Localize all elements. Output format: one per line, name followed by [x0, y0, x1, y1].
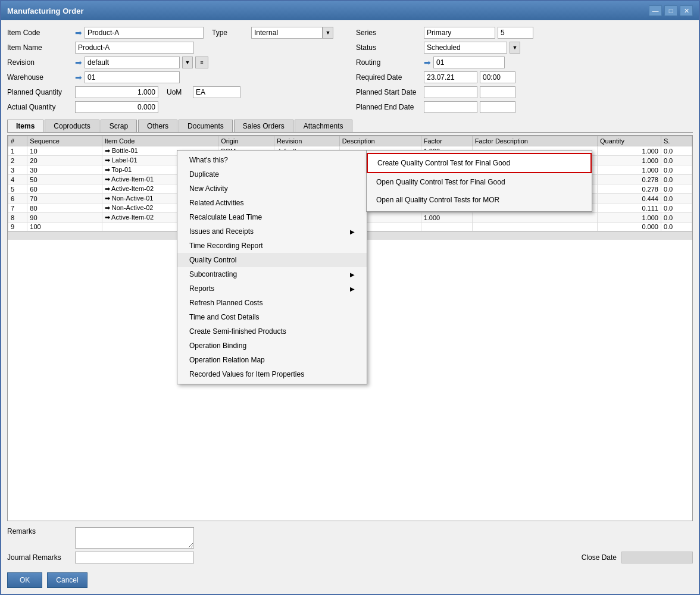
menu-refresh-planned-costs[interactable]: Refresh Planned Costs — [177, 296, 367, 310]
item-name-label: Item Name — [7, 43, 73, 52]
context-menu: What's this? Duplicate New Activity Rela… — [177, 150, 367, 384]
cell-quantity: 1.000 — [597, 146, 661, 156]
cell-factor — [421, 223, 472, 231]
routing-row: Routing ➡ — [356, 56, 693, 69]
planned-start-input[interactable] — [424, 86, 477, 98]
remarks-area: Remarks Journal Remarks Close Date — [7, 527, 693, 564]
warehouse-input[interactable] — [85, 71, 180, 83]
menu-issues-receipts[interactable]: Issues and Receipts ▶ — [177, 224, 367, 239]
submenu-open-qc-test[interactable]: Open Quality Control Test for Final Good — [367, 173, 592, 191]
warehouse-arrow-icon: ➡ — [75, 73, 82, 82]
planned-start-row: Planned Start Date — [356, 86, 693, 99]
revision-dropdown-btn[interactable]: ▼ — [182, 57, 193, 68]
main-window: Manufacturing Order — □ ✕ Item Code ➡ Ty… — [0, 0, 700, 595]
required-time-input[interactable] — [480, 71, 515, 83]
required-date-row: Required Date — [356, 71, 693, 84]
submenu-open-all-qc-tests[interactable]: Open all Quality Control Tests for MOR — [367, 191, 592, 209]
cell-seq: 50 — [27, 175, 102, 184]
close-date-input[interactable] — [621, 552, 693, 563]
required-date-input[interactable] — [424, 71, 477, 83]
cell-quantity: 0.278 — [597, 184, 661, 194]
cell-seq: 20 — [27, 156, 102, 165]
menu-related-activities[interactable]: Related Activities — [177, 196, 367, 210]
menu-new-activity[interactable]: New Activity — [177, 181, 367, 196]
status-dropdown-btn[interactable]: ▼ — [510, 42, 520, 54]
tab-coproducts[interactable]: Coproducts — [45, 120, 99, 132]
revision-list-btn[interactable]: ≡ — [195, 57, 208, 68]
menu-create-semi-finished[interactable]: Create Semi-finished Products — [177, 324, 367, 339]
ok-button[interactable]: OK — [7, 572, 42, 588]
menu-time-recording[interactable]: Time Recording Report — [177, 239, 367, 253]
planned-end-input[interactable] — [424, 101, 477, 113]
actual-qty-input[interactable] — [75, 101, 158, 113]
item-name-input[interactable] — [75, 42, 194, 54]
quality-control-submenu: Create Quality Control Test for Final Go… — [366, 150, 592, 212]
menu-duplicate[interactable]: Duplicate — [177, 167, 367, 181]
menu-whats-this[interactable]: What's this? — [177, 153, 367, 167]
tab-others[interactable]: Others — [138, 120, 177, 132]
remarks-input[interactable] — [75, 527, 194, 549]
reports-arrow: ▶ — [350, 286, 355, 292]
planned-start-time-input[interactable] — [480, 86, 515, 98]
planned-qty-row: Planned Quantity UoM — [7, 86, 344, 99]
required-date-label: Required Date — [356, 73, 421, 82]
item-code-input[interactable] — [85, 27, 204, 39]
planned-start-label: Planned Start Date — [356, 88, 421, 96]
menu-quality-control[interactable]: Quality Control — [177, 253, 367, 267]
tab-attachments[interactable]: Attachments — [295, 120, 352, 132]
series-label: Series — [356, 29, 421, 37]
planned-qty-input[interactable] — [75, 86, 158, 98]
tab-scrap[interactable]: Scrap — [101, 120, 137, 132]
issues-receipts-arrow: ▶ — [350, 228, 355, 235]
tab-items[interactable]: Items — [7, 120, 43, 132]
cell-num: 1 — [8, 146, 27, 156]
footer-buttons: OK Cancel — [7, 572, 693, 588]
tab-sales-orders[interactable]: Sales Orders — [234, 120, 293, 132]
menu-time-cost-details[interactable]: Time and Cost Details — [177, 310, 367, 324]
cell-seq: 70 — [27, 194, 102, 203]
menu-operation-binding[interactable]: Operation Binding — [177, 339, 367, 353]
remarks-label: Remarks — [7, 527, 73, 536]
revision-label: Revision — [7, 58, 73, 67]
revision-arrow-icon: ➡ — [75, 58, 82, 67]
journal-remarks-input[interactable] — [75, 552, 194, 563]
minimize-button[interactable]: — — [649, 5, 662, 16]
type-label: Type — [212, 29, 227, 37]
menu-subcontracting[interactable]: Subcontracting ▶ — [177, 267, 367, 281]
routing-input[interactable] — [433, 57, 505, 68]
tab-documents[interactable]: Documents — [179, 120, 233, 132]
cell-num: 2 — [8, 156, 27, 165]
status-input[interactable] — [424, 42, 507, 54]
maximize-button[interactable]: □ — [664, 5, 677, 16]
series-input[interactable] — [424, 27, 495, 39]
window-title: Manufacturing Order — [7, 7, 84, 15]
cell-s: 0.0 — [661, 194, 692, 203]
menu-operation-relation-map[interactable]: Operation Relation Map — [177, 353, 367, 367]
col-factor-desc: Factor Description — [472, 136, 597, 146]
type-input[interactable] — [251, 27, 323, 39]
menu-recorded-values[interactable]: Recorded Values for Item Properties — [177, 367, 367, 381]
cell-seq: 80 — [27, 203, 102, 213]
cell-num: 9 — [8, 223, 27, 231]
close-button[interactable]: ✕ — [680, 5, 693, 16]
item-code-arrow-icon: ➡ — [75, 28, 82, 37]
window-content: Item Code ➡ Type ▼ Item Name — [1, 20, 699, 594]
type-dropdown-btn[interactable]: ▼ — [323, 27, 333, 39]
cell-quantity: 0.111 — [597, 203, 661, 213]
item-code-row: Item Code ➡ Type ▼ — [7, 26, 344, 39]
cell-s: 0.0 — [661, 165, 692, 175]
series-num-input[interactable] — [498, 27, 533, 39]
submenu-create-qc-test[interactable]: Create Quality Control Test for Final Go… — [367, 153, 592, 173]
cell-quantity: 0.444 — [597, 194, 661, 203]
planned-end-time-input[interactable] — [480, 101, 515, 113]
revision-input[interactable] — [85, 57, 180, 68]
menu-reports[interactable]: Reports ▶ — [177, 281, 367, 296]
journal-remarks-label: Journal Remarks — [7, 553, 73, 562]
actual-qty-row: Actual Quantity — [7, 101, 344, 114]
cell-seq: 30 — [27, 165, 102, 175]
cancel-button[interactable]: Cancel — [47, 572, 87, 588]
planned-end-label: Planned End Date — [356, 103, 421, 111]
menu-recalculate-lead-time[interactable]: Recalculate Lead Time — [177, 210, 367, 224]
uom-input[interactable] — [193, 86, 240, 98]
status-label: Status — [356, 43, 421, 52]
